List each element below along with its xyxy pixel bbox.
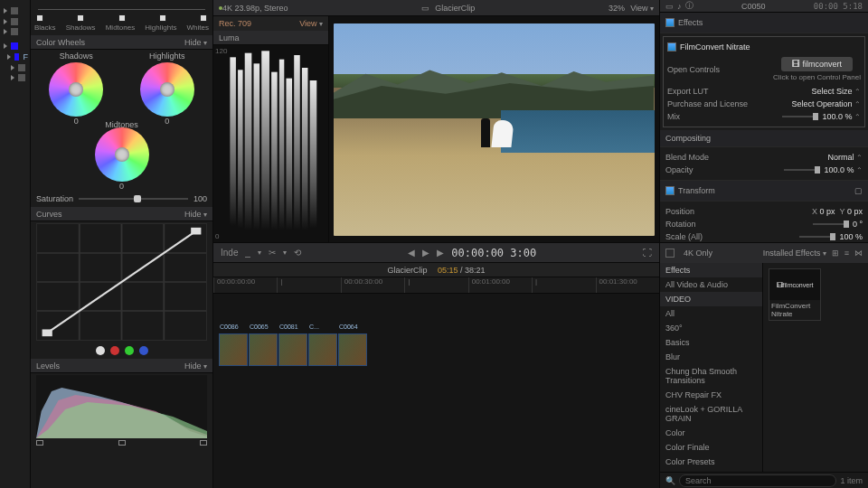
svg-rect-10 [238, 70, 242, 228]
effect-category[interactable]: Blur [660, 350, 762, 364]
info-tab-icon[interactable]: ⓘ [685, 0, 693, 12]
svg-rect-18 [302, 68, 308, 230]
effect-category[interactable]: 360° [660, 321, 762, 335]
svg-rect-17 [294, 55, 300, 230]
preview-viewer[interactable] [329, 16, 659, 242]
effect-category[interactable]: cineLook + GORILLA GRAIN [660, 402, 762, 426]
levels-histogram[interactable] [36, 375, 207, 438]
video-tab-icon[interactable]: ▭ [665, 2, 674, 11]
audio-tab-icon[interactable]: ♪ [677, 2, 682, 11]
timecode[interactable]: 00:00:00 3:00 [451, 247, 536, 259]
saturation-slider[interactable]: Saturation 100 [31, 194, 212, 203]
next-icon[interactable]: ▶ [437, 248, 444, 258]
clip-duration: 00:00 5:18 [814, 2, 863, 11]
midtones-wheel[interactable] [95, 127, 149, 182]
svg-rect-13 [261, 51, 269, 230]
timeline-clip[interactable]: C0065 [249, 333, 278, 366]
effect-categories[interactable]: EffectsAll Video & AudioVIDEOAll360°Basi… [660, 263, 763, 472]
effect-card[interactable]: 🎞 filmconvert FilmConvert Nitrate [769, 268, 821, 321]
clip-name: GlacierClip [435, 4, 475, 13]
highlights-wheel[interactable] [140, 62, 194, 117]
hide-toggle[interactable]: Hide ▾ [184, 38, 207, 47]
prev-icon[interactable]: ◀ [408, 248, 415, 258]
snap-icon[interactable]: ✂ [269, 248, 276, 258]
scene-people [481, 118, 513, 149]
svg-rect-8 [191, 228, 201, 235]
scope-type[interactable]: Luma [219, 33, 240, 42]
list-icon[interactable]: ≡ [844, 249, 849, 258]
effect-category[interactable]: Color Finale [660, 440, 762, 455]
svg-rect-12 [254, 63, 260, 230]
clip-code: C0050 [741, 2, 766, 11]
effect-category[interactable]: Basics [660, 335, 762, 350]
svg-rect-19 [310, 80, 317, 228]
effect-category[interactable]: All Video & Audio [660, 277, 762, 292]
effect-category[interactable]: Chung Dha Smooth Transitions [660, 364, 762, 388]
timeline-clip[interactable]: C0081 [278, 333, 307, 366]
effect-category[interactable]: CHV Repair FX [660, 388, 762, 402]
installed-effects-menu[interactable]: Installed Effects ▾ [763, 249, 826, 258]
tool-menu[interactable]: ▾ [258, 249, 261, 257]
open-controls-button[interactable]: 🎞 filmconvert [781, 57, 853, 71]
clip-icon: ▭ [421, 4, 429, 13]
viewer-topbar: 4K 23.98p, Stereo ▭ GlacierClip 32% View… [213, 0, 659, 16]
color-inspector: BlacksShadowsMidtonesHighlightsWhites Co… [31, 0, 213, 488]
effects-checkbox[interactable] [665, 18, 675, 27]
fullscreen-icon[interactable]: ⛶ [643, 248, 652, 258]
effect-category[interactable]: VIDEO [660, 292, 762, 306]
tone-curve-bar[interactable] [31, 0, 212, 22]
transport-bar[interactable]: Inde ⎯ ▾ ✂ ▾ ⟲ ◀ ▶ ▶ 00:00:00 3:00 ⛶ [213, 243, 659, 263]
effects-search-input[interactable] [679, 474, 836, 487]
effect-category[interactable]: Color [660, 426, 762, 440]
svg-rect-9 [230, 57, 236, 226]
timeline-clip-name: GlacierClip [387, 266, 427, 275]
library-sidebar[interactable]: F [0, 0, 31, 488]
timeline-clip[interactable]: C... [308, 333, 337, 366]
curves-editor[interactable] [36, 223, 207, 341]
skimming-icon[interactable]: ⟲ [294, 248, 301, 258]
svg-rect-14 [271, 72, 278, 230]
timeline-ruler[interactable]: 00:00:00:00|00:00:30:00| 00:01:00:00|00:… [213, 277, 659, 294]
curve-channel-picker[interactable] [31, 346, 212, 355]
4k-only-filter[interactable]: 4K Only [684, 249, 712, 258]
svg-rect-11 [245, 53, 252, 230]
grid-icon[interactable]: ⊞ [832, 249, 839, 258]
result-count: 1 item [840, 476, 863, 485]
color-wheels-header[interactable]: Color Wheels Hide ▾ [31, 35, 212, 50]
svg-rect-16 [286, 79, 292, 230]
timeline[interactable]: C0086C0065C0081C...C0064 [213, 294, 659, 488]
timeline-clip[interactable]: C0086 [219, 333, 248, 366]
bowtie-icon[interactable]: ⋈ [854, 249, 863, 258]
view-menu[interactable]: View ▾ [630, 4, 654, 13]
index-button[interactable]: Inde [221, 248, 238, 258]
svg-rect-7 [42, 329, 52, 336]
search-icon: 🔍 [665, 476, 675, 485]
timeline-clip[interactable]: C0064 [338, 333, 367, 366]
svg-rect-15 [279, 60, 284, 230]
play-icon[interactable]: ▶ [422, 248, 429, 258]
zoom-level[interactable]: 32% [609, 4, 625, 13]
luma-waveform: 120 0 [213, 45, 328, 242]
effect-category[interactable]: All [660, 306, 762, 321]
shadows-wheel[interactable] [49, 62, 103, 117]
effect-category[interactable]: Color Presets [660, 455, 762, 469]
format-label: 4K 23.98p, Stereo [222, 4, 288, 13]
trim-icon[interactable]: ⎯ [245, 248, 250, 258]
